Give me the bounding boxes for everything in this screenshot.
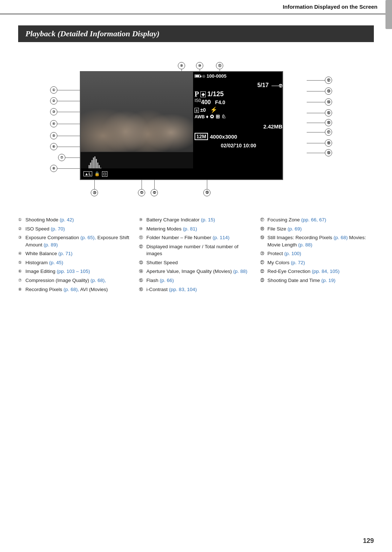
- diagram-container: ① ② ③ ④ ⑤ ⑥ ⑦ ⑧ ⑨ ⑩ ⑪ ⑫ ⑬ ⑭: [18, 53, 374, 205]
- legend-link-1: (p. 42): [60, 217, 74, 222]
- legend-item-12: ⑫ Displayed image number / Total number …: [139, 243, 253, 257]
- protect-icon: 🔒: [94, 171, 100, 176]
- legend-text-8: Recording Pixels (p. 68), AVI (Movies): [25, 286, 132, 293]
- camera-icon: ⊡: [102, 171, 107, 177]
- line-19: [307, 153, 325, 153]
- awb-icons: ♦ ✿ ⊞ ♘: [206, 114, 226, 119]
- legend-text-20: Protect (p. 100): [268, 250, 374, 257]
- legend-link-9: (p. 15): [201, 217, 215, 222]
- legend-num-3: ③: [18, 234, 25, 241]
- legend-text-18: File Size (p. 69): [268, 225, 374, 233]
- vline-21: [142, 180, 142, 189]
- legend-link-3a: (p. 65),: [81, 235, 96, 240]
- legend-link-22: (pp. 84, 105): [312, 269, 340, 274]
- top-header: Information Displayed on the Screen: [0, 0, 392, 15]
- main-content: Playback (Detailed Information Display) …: [0, 15, 392, 309]
- callout-17: ⑰: [325, 128, 332, 136]
- legend-num-1: ①: [18, 217, 25, 223]
- flash-icon: ⚡: [210, 107, 217, 113]
- side-tab: [385, 0, 392, 29]
- legend-item-11: ⑪ Folder Number – File Number (p. 114): [139, 234, 253, 241]
- legend-text-5: Histogram (p. 45): [25, 259, 132, 266]
- line-12: [307, 80, 325, 81]
- legend-section: ① Shooting Mode (p. 42) ② ISO Speed (p. …: [18, 216, 374, 295]
- screen-resolution: 4000x3000: [210, 134, 237, 140]
- photo-area: [81, 72, 193, 152]
- legend-num-17: ⑰: [260, 217, 268, 223]
- callout-13: ⑬: [325, 87, 332, 95]
- photo-people: [81, 72, 193, 152]
- line-4: [57, 124, 80, 124]
- line-2: [57, 101, 80, 101]
- callout-15: ⑮: [325, 109, 332, 116]
- legend-item-17: ⑰ Focusing Zone (pp. 66, 67): [260, 216, 374, 224]
- legend-col-3: ⑰ Focusing Zone (pp. 66, 67) ⑱ File Size…: [260, 216, 374, 295]
- legend-num-16: ⑯: [139, 286, 146, 293]
- legend-text-7: Compression (Image Quality) (p. 68),: [25, 277, 132, 284]
- legend-link-4: (p. 71): [58, 251, 73, 256]
- line-14: [307, 102, 325, 102]
- callout-6: ⑥: [50, 143, 57, 150]
- screen-exposure-comp: ± ±0 ⚡: [195, 107, 217, 113]
- section-heading: Playback (Detailed Information Display): [18, 25, 374, 42]
- screen-row-mode: P ◈ 1/125: [195, 90, 224, 98]
- screen-info-panel: ◎ 100-0005 5/17 ——⑫ P ◈ 1/125 IS0IS: [193, 72, 283, 180]
- legend-text-16: i-Contrast (pp. 83, 104): [146, 286, 253, 293]
- legend-item-9: ⑨ Battery Charge Indicator (p. 15): [139, 216, 253, 224]
- legend-text-6: Image Editing (pp. 103 – 105): [25, 268, 132, 275]
- legend-link-7: (p. 68),: [90, 278, 106, 283]
- line-7: [65, 158, 80, 158]
- screen-row-count: 5/17 ——⑫: [257, 82, 282, 89]
- line-8: [57, 168, 80, 169]
- legend-item-16: ⑯ i-Contrast (pp. 83, 104): [139, 286, 253, 293]
- legend-item-14: ⑭ Aperture Value, Image Quality (Movies)…: [139, 268, 253, 275]
- compression-icon: ▲L: [83, 171, 92, 176]
- legend-link-20: (p. 100): [284, 251, 301, 256]
- line-16: [307, 123, 325, 123]
- screen-row-filesize: 2.42MB: [263, 123, 282, 130]
- screen-file-size: 2.42MB: [263, 123, 282, 130]
- callout-7: ⑦: [58, 154, 65, 161]
- line-6: [57, 147, 80, 147]
- callout-4: ④: [50, 120, 57, 127]
- line-13: [307, 91, 325, 91]
- legend-item-8: ⑧ Recording Pixels (p. 68), AVI (Movies): [18, 286, 132, 293]
- screen-row-awb: AWB ♦ ✿ ⊞ ♘: [195, 114, 226, 119]
- callout-5: ⑤: [50, 132, 57, 139]
- legend-link-3b: (p. 89): [44, 242, 58, 248]
- screen-row-exposure: ± ±0 ⚡: [195, 106, 217, 113]
- line-5: [57, 136, 80, 136]
- focus-box-icon: ◈: [200, 91, 206, 97]
- legend-link-14: (p. 88): [233, 269, 247, 274]
- legend-num-19: ⑲: [260, 234, 268, 241]
- callout-3: ③: [50, 108, 57, 115]
- legend-text-14: Aperture Value, Image Quality (Movies) (…: [146, 268, 253, 275]
- legend-item-20: ⑳ Protect (p. 100): [260, 250, 374, 257]
- legend-link-10: (p. 81): [183, 226, 197, 232]
- legend-item-15: ⑮ Flash (p. 66): [139, 277, 253, 284]
- legend-text-11: Folder Number – File Number (p. 114): [146, 234, 253, 241]
- legend-num-11: ⑪: [139, 234, 146, 241]
- legend-item-5: ⑤ Histogram (p. 45): [18, 259, 132, 266]
- legend-link-2: (p. 70): [51, 226, 65, 232]
- callout-16: ⑯: [325, 119, 332, 126]
- callout-23: ㉓: [203, 189, 211, 196]
- callout-18: ⑱: [325, 139, 332, 147]
- callout-22: ㉒: [151, 189, 158, 196]
- legend-num-9: ⑨: [139, 217, 146, 223]
- callout-10: ⑩: [196, 62, 203, 69]
- legend-item-7: ⑦ Compression (Image Quality) (p. 68),: [18, 277, 132, 284]
- legend-item-22: ㉒ Red-Eye Correction (pp. 84, 105): [260, 268, 374, 275]
- screen-datetime: 02/02/'10 10:00: [221, 143, 256, 148]
- screen-iso: IS0ISO400400: [195, 99, 211, 105]
- legend-link-18: (p. 69): [287, 226, 302, 232]
- legend-link-16: (pp. 83, 104): [169, 287, 197, 292]
- legend-num-18: ⑱: [260, 226, 268, 232]
- legend-link-11: (p. 114): [213, 235, 230, 240]
- legend-col-1: ① Shooting Mode (p. 42) ② ISO Speed (p. …: [18, 216, 132, 295]
- legend-num-2: ②: [18, 226, 25, 232]
- callout-2: ②: [50, 97, 57, 105]
- legend-text-22: Red-Eye Correction (pp. 84, 105): [268, 268, 374, 275]
- metering-icon: ◎: [202, 74, 205, 78]
- legend-item-2: ② ISO Speed (p. 70): [18, 225, 132, 233]
